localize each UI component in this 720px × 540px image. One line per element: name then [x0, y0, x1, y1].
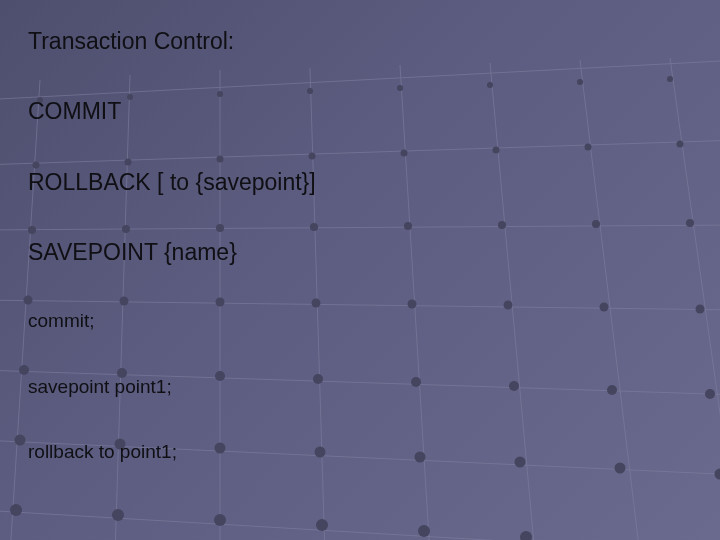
slide-content: Transaction Control: COMMIT ROLLBACK [ t… [0, 0, 720, 540]
example-line: savepoint point1; [28, 376, 692, 398]
example-line: commit; [28, 310, 692, 332]
slide-title: Transaction Control: [28, 28, 692, 54]
slide: Transaction Control: COMMIT ROLLBACK [ t… [0, 0, 720, 540]
text-line: COMMIT [28, 98, 692, 124]
text-line: SAVEPOINT {name} [28, 239, 692, 265]
example-line: rollback to point1; [28, 441, 692, 463]
text-line: ROLLBACK [ to {savepoint}] [28, 169, 692, 195]
